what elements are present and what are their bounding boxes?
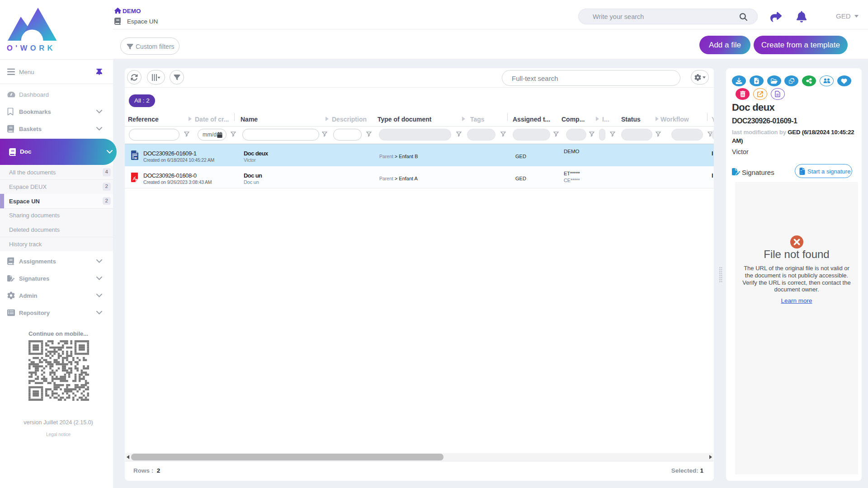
svg-text:O'WORK: O'WORK [7, 44, 56, 52]
svg-text:w: w [134, 156, 137, 160]
